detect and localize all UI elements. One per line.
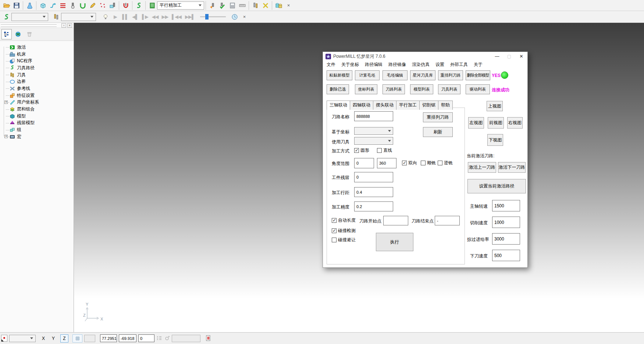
angle-to-input[interactable]: 360 — [377, 158, 396, 168]
coord-z-field[interactable]: 0 — [138, 334, 154, 342]
grid-snap-icon[interactable] — [72, 334, 82, 343]
tree-item-levels-sets[interactable]: 层和组合 — [2, 106, 74, 113]
tool-library-button[interactable]: 星河刀具库 — [410, 70, 435, 80]
coord-x-field[interactable]: 77.2951 — [100, 334, 117, 342]
line-checkbox[interactable]: 直线 — [377, 147, 392, 154]
use-tool-combobox[interactable] — [354, 137, 393, 145]
rewind-icon[interactable]: ◀◀ — [150, 12, 160, 22]
slider-handle[interactable] — [205, 14, 209, 20]
base-coord-combobox[interactable] — [354, 127, 393, 135]
cylinders-icon[interactable] — [274, 1, 284, 10]
tab-swivel-head[interactable]: 摆头联动 — [373, 101, 396, 110]
tab-3axis[interactable]: 三轴联动 — [327, 101, 350, 110]
refresh-button[interactable]: 刷新 — [423, 127, 453, 137]
tree-item-machine[interactable]: 机床 — [2, 51, 74, 58]
save-icon[interactable] — [11, 1, 21, 10]
menu-file[interactable]: 文件 — [324, 62, 338, 68]
tree-item-macros[interactable]: 宏 — [2, 133, 74, 140]
panel-float-icon[interactable]: ▫ — [61, 23, 66, 28]
delete-all-models-button[interactable]: 删除全部模型 — [466, 70, 490, 80]
pick-mode-combobox[interactable] — [9, 335, 36, 342]
tools-pair-icon[interactable] — [250, 1, 260, 10]
fast-forward-icon[interactable]: ▶▶ — [160, 12, 170, 22]
tree-item-activate[interactable]: 激活 — [2, 44, 74, 51]
create-block-icon[interactable] — [38, 1, 48, 10]
coord-list-button[interactable]: 坐标列表 — [355, 84, 377, 94]
toolbar-close-icon[interactable]: × — [284, 1, 293, 10]
block-edit-button[interactable]: 毛坯编辑 — [383, 70, 408, 80]
menu-settings[interactable]: 设置 — [433, 62, 447, 68]
menu-coords[interactable]: 关于坐标 — [338, 62, 362, 68]
pause-icon[interactable]: ▌▌ — [120, 12, 130, 22]
ball-tool-icon[interactable] — [68, 1, 78, 10]
activate-prev-toolpath-button[interactable]: 激活上一刀路 — [468, 162, 496, 173]
set-active-path-button[interactable]: 设置当前激活路径 — [467, 179, 526, 193]
conventional-mill-checkbox[interactable]: 逆铣 — [438, 160, 453, 166]
execute-button[interactable]: 执行 — [376, 233, 413, 251]
calculator-icon[interactable] — [227, 1, 237, 10]
tab-saw[interactable]: 切割锯 — [419, 101, 438, 110]
auto-length-checkbox[interactable]: 自动长度 — [332, 217, 356, 224]
menu-render-sim[interactable]: 渲染仿真 — [409, 62, 433, 68]
grid-size-field[interactable] — [84, 335, 95, 342]
locate-target-icon[interactable] — [164, 335, 170, 342]
toolholder-icon[interactable] — [121, 1, 131, 10]
tab-parallel[interactable]: 平行加工 — [396, 101, 420, 110]
view-bottom-button[interactable]: 下视图 — [487, 134, 503, 146]
axis-y-button[interactable]: Y — [50, 336, 56, 341]
tree-item-models[interactable]: 模型 — [2, 113, 74, 120]
panel-close-icon[interactable]: × — [67, 23, 72, 28]
pattern-pencil-icon[interactable] — [88, 1, 97, 10]
delete-selected-button[interactable]: 删除已选 — [327, 84, 349, 94]
tree-item-nc-programs[interactable]: NC程序 — [2, 57, 74, 64]
strategy-list-icon[interactable] — [147, 1, 157, 10]
tree-item-toolpaths[interactable]: 刀具路径 — [2, 64, 74, 71]
go-to-end-icon[interactable]: ▶▶▌ — [183, 12, 196, 22]
activate-next-toolpath-button[interactable]: 激活下一刀路 — [498, 162, 526, 173]
ruler-icon[interactable] — [237, 1, 247, 10]
skim-feedrate-input[interactable]: 3000 — [492, 233, 520, 245]
cutting-speed-input[interactable]: 1000 — [492, 217, 520, 228]
xyz-list-icon[interactable] — [156, 335, 162, 342]
tab-explorer-tree[interactable] — [1, 29, 12, 39]
workplane-tool-icon[interactable] — [107, 1, 117, 10]
tolerance-input[interactable]: 0.2 — [354, 201, 393, 211]
bidirectional-checkbox[interactable]: 双向 — [402, 160, 417, 166]
start-point-input[interactable] — [383, 216, 408, 225]
speed-slider[interactable] — [200, 16, 226, 17]
axis-x-button[interactable]: X — [40, 336, 46, 341]
scissors-icon[interactable] — [260, 1, 270, 10]
collision-check-checkbox[interactable]: 碰撞检测 — [332, 228, 356, 234]
circle-checkbox[interactable]: 圆形 — [354, 147, 369, 154]
climb-mill-checkbox[interactable]: 顺铣 — [421, 160, 436, 166]
expander-icon[interactable] — [4, 101, 8, 104]
coord-y-field[interactable]: -69.918 — [119, 334, 136, 342]
drive-list-button[interactable]: 驱动列表 — [466, 84, 490, 94]
menu-external-tools[interactable]: 外部工具 — [447, 62, 471, 68]
stock-allowance-input[interactable]: 0 — [354, 172, 393, 182]
tab-help[interactable]: 帮助 — [438, 101, 453, 110]
angle-from-input[interactable]: 0 — [354, 158, 374, 168]
collision-avoid-checkbox[interactable]: 碰撞避让 — [332, 237, 356, 243]
tab-recycle-bin[interactable] — [24, 29, 35, 39]
rearrange-toolpaths-button[interactable]: 重排列刀路 — [438, 70, 463, 80]
go-to-start-icon[interactable]: ▌◀◀ — [170, 12, 183, 22]
menu-about[interactable]: 关于 — [471, 62, 485, 68]
panel-grip[interactable]: ▫ × — [0, 23, 74, 28]
rearrange-toolpath-button[interactable]: 重排列刀路 — [423, 112, 453, 122]
open-file-icon[interactable] — [1, 1, 11, 10]
stepover-input[interactable]: 0.4 — [354, 187, 393, 197]
clock-icon[interactable] — [230, 12, 239, 22]
play-icon[interactable]: ▶ — [110, 12, 120, 22]
maximize-icon[interactable]: ▢ — [503, 52, 515, 61]
plunge-speed-input[interactable]: 500 — [492, 250, 520, 261]
menu-path-edit[interactable]: 路径编辑 — [362, 62, 385, 68]
tool-flash-icon[interactable] — [207, 1, 217, 10]
spindle-speed-input[interactable]: 1500 — [492, 200, 520, 211]
block-beaker-icon[interactable] — [25, 1, 35, 10]
toolpath-list-button[interactable]: 刀路列表 — [383, 84, 405, 94]
view-left-button[interactable]: 左视图 — [468, 117, 484, 129]
strategy-combobox[interactable]: 平行精加工 — [157, 1, 204, 10]
paste-new-model-button[interactable]: 粘贴新模型 — [327, 70, 352, 80]
close-icon[interactable]: ✕ — [515, 52, 527, 61]
